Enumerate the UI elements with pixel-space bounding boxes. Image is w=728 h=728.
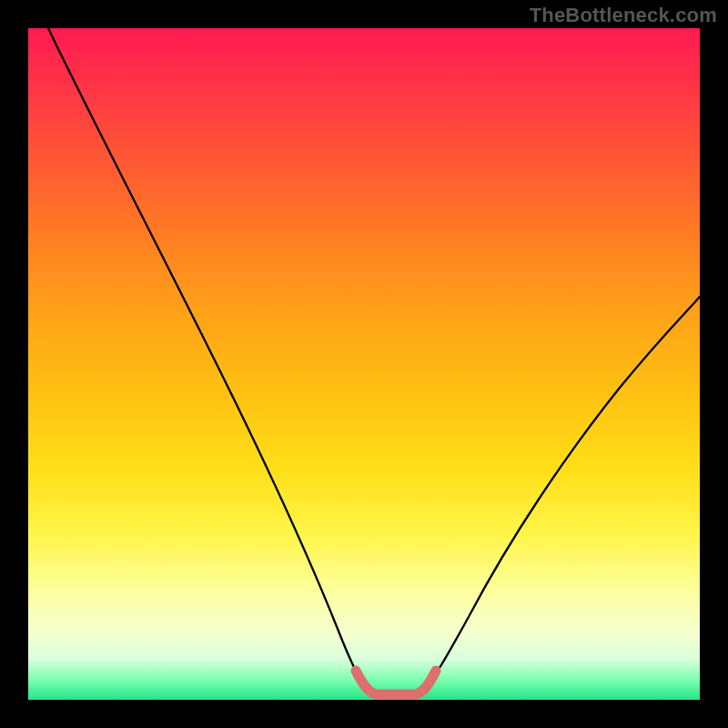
bottleneck-curve [48,28,700,693]
chart-frame: TheBottleneck.com [0,0,728,728]
curve-layer [28,28,700,700]
watermark-text: TheBottleneck.com [530,4,717,27]
plot-area [28,28,700,700]
optimal-band-curve [356,671,436,694]
